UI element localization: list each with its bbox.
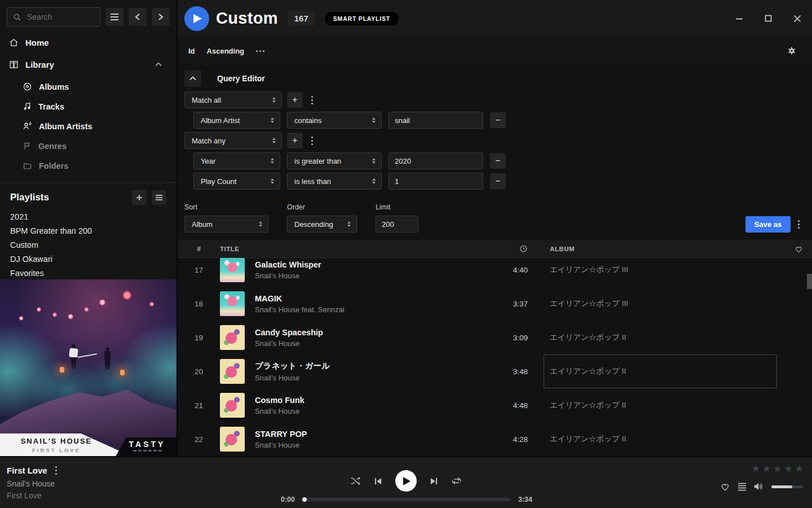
track-album-cell[interactable]: エイリアン☆ポップ II [531,354,785,388]
playlist-item[interactable]: Favorites [0,266,176,280]
track-album-cell[interactable]: エイリアン☆ポップ II [531,321,785,354]
column-index[interactable]: # [178,245,220,253]
dropdown-arrows-icon [271,158,274,164]
rule-field-select[interactable]: Album Artist [193,112,280,129]
settings-button[interactable] [784,46,800,56]
star-icon[interactable]: ★ [752,464,760,474]
rule-value-input[interactable] [389,152,483,169]
next-track-button[interactable] [430,477,438,485]
search-box[interactable] [7,7,100,27]
rule-operator-select[interactable]: contains [287,112,382,129]
collapse-query-editor-button[interactable] [184,70,201,87]
match-mode-select[interactable]: Match all [184,91,282,108]
toolbar-more-button[interactable] [256,50,264,52]
sidebar-item-home[interactable]: Home [0,34,176,50]
queue-icon [738,483,747,491]
playlist-item[interactable]: 2021 [0,209,176,224]
limit-input[interactable] [376,216,418,233]
chevron-up-icon[interactable] [155,62,162,67]
total-time: 3:34 [518,496,532,503]
rule-field-select[interactable]: Play Count [193,173,280,190]
play-playlist-button[interactable] [184,6,209,31]
playlist-item[interactable]: DJ Okawari [0,252,176,266]
order-select[interactable]: Descending [287,216,357,233]
rule-operator-select[interactable]: is less than [287,173,382,190]
track-row[interactable]: 18MAGIKSnail’s House feat. Sennzai3:37エイ… [178,287,812,321]
track-album-cell[interactable]: エイリアン☆ポップ III [531,258,785,287]
sidebar-item-album-artists[interactable]: Album Artists [0,116,176,136]
track-row[interactable]: 19Candy SpaceshipSnail’s House3:09エイリアン☆… [178,321,812,354]
dropdown-arrows-icon [347,221,351,227]
minimize-button[interactable] [733,12,745,25]
track-row[interactable]: 22STARRY POPSnail’s House4:28エイリアン☆ポップ I… [178,422,812,456]
star-icon[interactable]: ★ [795,464,804,474]
query-rule: Album Artistcontains− [193,112,812,129]
column-favorite[interactable] [785,245,812,253]
search-icon [13,13,21,21]
previous-icon [374,477,382,485]
sidebar-item-library[interactable]: Library [0,56,176,72]
maximize-button[interactable] [762,12,774,24]
sort-field-button[interactable]: Id [188,47,195,55]
playlists-title: Playlists [10,192,127,203]
group-more-button[interactable] [308,134,316,147]
sidebar-item-tracks[interactable]: Tracks [0,97,176,116]
star-icon[interactable]: ★ [762,464,771,474]
now-playing-menu-button[interactable] [54,465,58,476]
save-more-button[interactable] [795,218,803,231]
nav-back-button[interactable] [129,8,147,26]
add-rule-button[interactable]: + [287,92,303,108]
menu-button[interactable] [105,8,123,26]
rule-value-input[interactable] [389,173,483,190]
column-album[interactable]: ALBUM [531,246,785,252]
track-album-cell[interactable]: エイリアン☆ポップ II [531,422,785,456]
group-more-button[interactable] [308,94,316,107]
sidebar-item-genres[interactable]: Genres [0,136,176,156]
rule-value-input[interactable] [389,112,483,129]
match-mode-select[interactable]: Match any [184,132,282,149]
dropdown-arrows-icon [272,97,276,103]
play-pause-button[interactable] [395,470,417,492]
volume-slider[interactable] [771,485,803,488]
track-row[interactable]: 21Cosmo FunkSnail’s House4:48エイリアン☆ポップ I… [178,388,812,422]
volume-button[interactable] [754,482,764,491]
tracklist-header: # TITLE ALBUM [178,240,812,258]
close-button[interactable] [791,12,804,25]
track-row[interactable]: 20プラネット・ガールSnail’s House3:48エイリアン☆ポップ II [178,354,812,388]
repeat-button[interactable] [451,476,462,485]
remove-rule-button[interactable]: − [490,112,506,128]
sort-direction-button[interactable]: Ascending [207,47,244,55]
sort-select[interactable]: Album [184,216,268,233]
track-number: 22 [178,435,220,444]
seek-bar[interactable] [303,498,510,501]
sidebar-item-albums[interactable]: Albums [0,77,176,97]
star-icon[interactable]: ★ [773,464,782,474]
previous-track-button[interactable] [374,477,382,485]
save-as-button[interactable]: Save as [745,216,791,233]
shuffle-button[interactable] [350,476,361,485]
seek-knob[interactable] [302,497,307,502]
track-album-cell[interactable]: エイリアン☆ポップ III [531,287,785,321]
add-playlist-button[interactable] [132,190,147,205]
column-duration[interactable] [464,244,531,253]
playlist-item[interactable]: Custom [0,238,176,252]
queue-button[interactable] [738,483,747,491]
star-icon[interactable]: ★ [784,464,793,474]
now-playing-artwork[interactable]: SNAIL'S HOUSE FIRST LOVE TASTY [0,279,176,456]
column-title[interactable]: TITLE [220,246,464,252]
track-album-cell[interactable]: エイリアン☆ポップ II [531,388,785,422]
remove-rule-button[interactable]: − [490,173,506,189]
scrollbar-thumb[interactable] [807,274,812,289]
track-row[interactable]: 17Galactic WhisperSnail’s House4:40エイリアン… [178,258,812,287]
rule-field-select[interactable]: Year [193,152,280,169]
playlist-view-button[interactable] [152,190,166,205]
search-input[interactable] [26,12,94,22]
query-rules: Album Artistcontains− [193,112,812,129]
nav-forward-button[interactable] [152,8,170,26]
rule-operator-select[interactable]: is greater than [287,152,382,169]
sidebar-item-folders[interactable]: Folders [0,156,176,176]
favorite-button[interactable] [720,482,730,491]
remove-rule-button[interactable]: − [490,153,506,169]
playlist-item[interactable]: BPM Greater than 200 [0,224,176,238]
add-rule-button[interactable]: + [287,133,303,148]
